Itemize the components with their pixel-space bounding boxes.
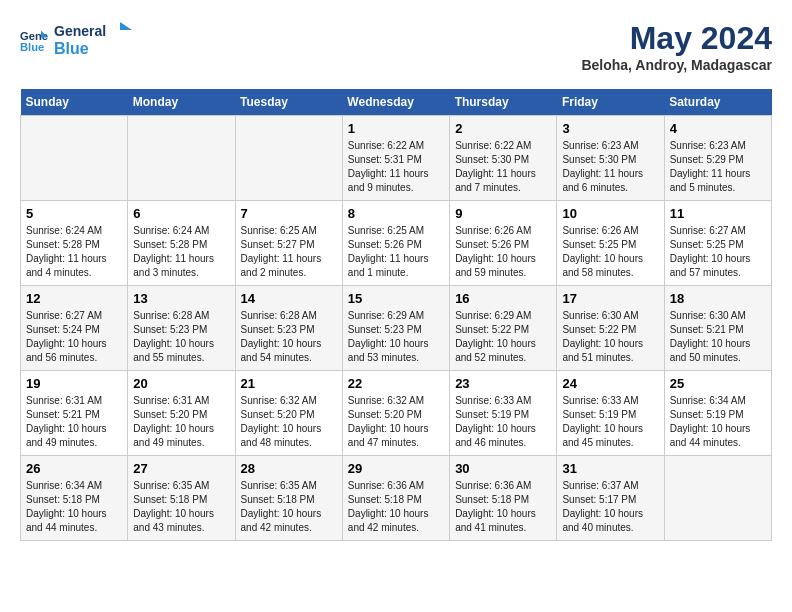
day-number: 15 bbox=[348, 291, 444, 306]
day-info: Sunrise: 6:24 AM Sunset: 5:28 PM Dayligh… bbox=[26, 224, 122, 280]
calendar-cell: 4Sunrise: 6:23 AM Sunset: 5:29 PM Daylig… bbox=[664, 116, 771, 201]
day-number: 30 bbox=[455, 461, 551, 476]
calendar-cell: 12Sunrise: 6:27 AM Sunset: 5:24 PM Dayli… bbox=[21, 286, 128, 371]
day-info: Sunrise: 6:34 AM Sunset: 5:19 PM Dayligh… bbox=[670, 394, 766, 450]
calendar-cell: 16Sunrise: 6:29 AM Sunset: 5:22 PM Dayli… bbox=[450, 286, 557, 371]
header-day-thursday: Thursday bbox=[450, 89, 557, 116]
header-row: SundayMondayTuesdayWednesdayThursdayFrid… bbox=[21, 89, 772, 116]
day-number: 22 bbox=[348, 376, 444, 391]
day-info: Sunrise: 6:22 AM Sunset: 5:31 PM Dayligh… bbox=[348, 139, 444, 195]
header-day-monday: Monday bbox=[128, 89, 235, 116]
day-info: Sunrise: 6:37 AM Sunset: 5:17 PM Dayligh… bbox=[562, 479, 658, 535]
logo-bird-icon: General Blue bbox=[52, 20, 142, 62]
calendar-cell: 19Sunrise: 6:31 AM Sunset: 5:21 PM Dayli… bbox=[21, 371, 128, 456]
calendar-cell: 9Sunrise: 6:26 AM Sunset: 5:26 PM Daylig… bbox=[450, 201, 557, 286]
calendar-cell: 5Sunrise: 6:24 AM Sunset: 5:28 PM Daylig… bbox=[21, 201, 128, 286]
calendar-cell: 30Sunrise: 6:36 AM Sunset: 5:18 PM Dayli… bbox=[450, 456, 557, 541]
calendar-cell: 18Sunrise: 6:30 AM Sunset: 5:21 PM Dayli… bbox=[664, 286, 771, 371]
day-number: 11 bbox=[670, 206, 766, 221]
calendar-cell: 20Sunrise: 6:31 AM Sunset: 5:20 PM Dayli… bbox=[128, 371, 235, 456]
day-number: 7 bbox=[241, 206, 337, 221]
day-number: 10 bbox=[562, 206, 658, 221]
day-number: 23 bbox=[455, 376, 551, 391]
day-info: Sunrise: 6:27 AM Sunset: 5:24 PM Dayligh… bbox=[26, 309, 122, 365]
calendar-body: 1Sunrise: 6:22 AM Sunset: 5:31 PM Daylig… bbox=[21, 116, 772, 541]
day-number: 25 bbox=[670, 376, 766, 391]
calendar-table: SundayMondayTuesdayWednesdayThursdayFrid… bbox=[20, 89, 772, 541]
day-number: 4 bbox=[670, 121, 766, 136]
day-number: 6 bbox=[133, 206, 229, 221]
day-number: 2 bbox=[455, 121, 551, 136]
day-number: 29 bbox=[348, 461, 444, 476]
day-number: 3 bbox=[562, 121, 658, 136]
day-number: 24 bbox=[562, 376, 658, 391]
day-info: Sunrise: 6:27 AM Sunset: 5:25 PM Dayligh… bbox=[670, 224, 766, 280]
calendar-cell: 27Sunrise: 6:35 AM Sunset: 5:18 PM Dayli… bbox=[128, 456, 235, 541]
day-info: Sunrise: 6:31 AM Sunset: 5:20 PM Dayligh… bbox=[133, 394, 229, 450]
logo: General Blue General Blue bbox=[20, 20, 142, 62]
day-number: 26 bbox=[26, 461, 122, 476]
day-number: 9 bbox=[455, 206, 551, 221]
svg-text:General: General bbox=[54, 23, 106, 39]
main-title: May 2024 bbox=[581, 20, 772, 57]
day-info: Sunrise: 6:26 AM Sunset: 5:25 PM Dayligh… bbox=[562, 224, 658, 280]
day-number: 8 bbox=[348, 206, 444, 221]
day-info: Sunrise: 6:24 AM Sunset: 5:28 PM Dayligh… bbox=[133, 224, 229, 280]
calendar-cell: 24Sunrise: 6:33 AM Sunset: 5:19 PM Dayli… bbox=[557, 371, 664, 456]
day-info: Sunrise: 6:29 AM Sunset: 5:22 PM Dayligh… bbox=[455, 309, 551, 365]
calendar-cell: 13Sunrise: 6:28 AM Sunset: 5:23 PM Dayli… bbox=[128, 286, 235, 371]
header-day-wednesday: Wednesday bbox=[342, 89, 449, 116]
calendar-cell: 8Sunrise: 6:25 AM Sunset: 5:26 PM Daylig… bbox=[342, 201, 449, 286]
calendar-cell: 15Sunrise: 6:29 AM Sunset: 5:23 PM Dayli… bbox=[342, 286, 449, 371]
day-number: 14 bbox=[241, 291, 337, 306]
day-number: 21 bbox=[241, 376, 337, 391]
day-number: 1 bbox=[348, 121, 444, 136]
calendar-cell: 23Sunrise: 6:33 AM Sunset: 5:19 PM Dayli… bbox=[450, 371, 557, 456]
day-info: Sunrise: 6:25 AM Sunset: 5:26 PM Dayligh… bbox=[348, 224, 444, 280]
header-day-saturday: Saturday bbox=[664, 89, 771, 116]
day-info: Sunrise: 6:22 AM Sunset: 5:30 PM Dayligh… bbox=[455, 139, 551, 195]
svg-text:Blue: Blue bbox=[54, 40, 89, 57]
day-info: Sunrise: 6:29 AM Sunset: 5:23 PM Dayligh… bbox=[348, 309, 444, 365]
day-info: Sunrise: 6:26 AM Sunset: 5:26 PM Dayligh… bbox=[455, 224, 551, 280]
day-info: Sunrise: 6:33 AM Sunset: 5:19 PM Dayligh… bbox=[562, 394, 658, 450]
calendar-cell: 28Sunrise: 6:35 AM Sunset: 5:18 PM Dayli… bbox=[235, 456, 342, 541]
day-number: 12 bbox=[26, 291, 122, 306]
day-number: 28 bbox=[241, 461, 337, 476]
day-number: 16 bbox=[455, 291, 551, 306]
page-header: General Blue General Blue May 2024 Beloh… bbox=[20, 20, 772, 73]
calendar-cell bbox=[664, 456, 771, 541]
calendar-cell: 14Sunrise: 6:28 AM Sunset: 5:23 PM Dayli… bbox=[235, 286, 342, 371]
calendar-cell: 26Sunrise: 6:34 AM Sunset: 5:18 PM Dayli… bbox=[21, 456, 128, 541]
day-info: Sunrise: 6:28 AM Sunset: 5:23 PM Dayligh… bbox=[133, 309, 229, 365]
header-day-tuesday: Tuesday bbox=[235, 89, 342, 116]
day-info: Sunrise: 6:35 AM Sunset: 5:18 PM Dayligh… bbox=[241, 479, 337, 535]
week-row-5: 26Sunrise: 6:34 AM Sunset: 5:18 PM Dayli… bbox=[21, 456, 772, 541]
calendar-cell: 1Sunrise: 6:22 AM Sunset: 5:31 PM Daylig… bbox=[342, 116, 449, 201]
calendar-cell: 21Sunrise: 6:32 AM Sunset: 5:20 PM Dayli… bbox=[235, 371, 342, 456]
logo-icon: General Blue bbox=[20, 27, 48, 55]
calendar-cell: 31Sunrise: 6:37 AM Sunset: 5:17 PM Dayli… bbox=[557, 456, 664, 541]
calendar-cell: 25Sunrise: 6:34 AM Sunset: 5:19 PM Dayli… bbox=[664, 371, 771, 456]
week-row-2: 5Sunrise: 6:24 AM Sunset: 5:28 PM Daylig… bbox=[21, 201, 772, 286]
svg-text:Blue: Blue bbox=[20, 41, 44, 53]
day-number: 20 bbox=[133, 376, 229, 391]
day-number: 19 bbox=[26, 376, 122, 391]
calendar-cell: 6Sunrise: 6:24 AM Sunset: 5:28 PM Daylig… bbox=[128, 201, 235, 286]
day-info: Sunrise: 6:28 AM Sunset: 5:23 PM Dayligh… bbox=[241, 309, 337, 365]
calendar-cell: 3Sunrise: 6:23 AM Sunset: 5:30 PM Daylig… bbox=[557, 116, 664, 201]
calendar-cell bbox=[235, 116, 342, 201]
day-info: Sunrise: 6:30 AM Sunset: 5:21 PM Dayligh… bbox=[670, 309, 766, 365]
title-area: May 2024 Beloha, Androy, Madagascar bbox=[581, 20, 772, 73]
calendar-cell bbox=[21, 116, 128, 201]
header-day-friday: Friday bbox=[557, 89, 664, 116]
day-info: Sunrise: 6:23 AM Sunset: 5:29 PM Dayligh… bbox=[670, 139, 766, 195]
calendar-cell: 22Sunrise: 6:32 AM Sunset: 5:20 PM Dayli… bbox=[342, 371, 449, 456]
day-info: Sunrise: 6:31 AM Sunset: 5:21 PM Dayligh… bbox=[26, 394, 122, 450]
calendar-cell: 2Sunrise: 6:22 AM Sunset: 5:30 PM Daylig… bbox=[450, 116, 557, 201]
day-number: 27 bbox=[133, 461, 229, 476]
day-info: Sunrise: 6:32 AM Sunset: 5:20 PM Dayligh… bbox=[241, 394, 337, 450]
header-day-sunday: Sunday bbox=[21, 89, 128, 116]
calendar-header: SundayMondayTuesdayWednesdayThursdayFrid… bbox=[21, 89, 772, 116]
week-row-3: 12Sunrise: 6:27 AM Sunset: 5:24 PM Dayli… bbox=[21, 286, 772, 371]
